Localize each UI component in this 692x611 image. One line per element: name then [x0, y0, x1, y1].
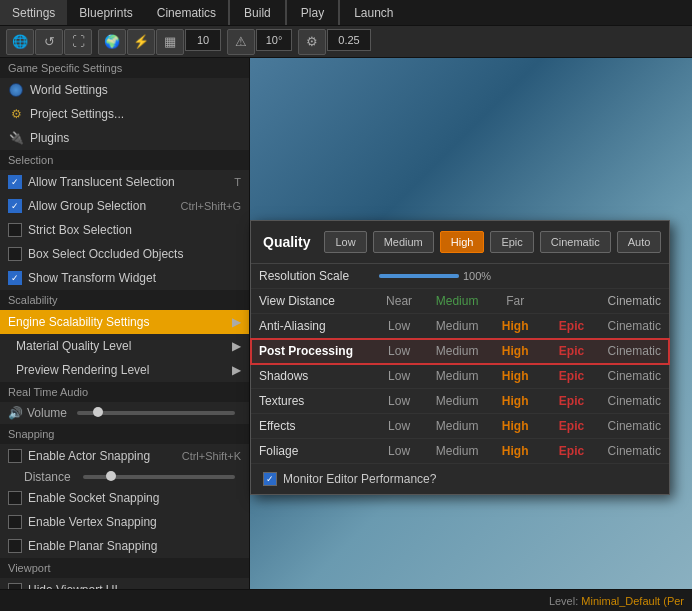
checkbox-translucent[interactable]: [8, 175, 22, 189]
checkbox-transform[interactable]: [8, 271, 22, 285]
cell-fo-high[interactable]: High: [487, 439, 543, 464]
section-scalability: Scalability: [0, 290, 249, 310]
menu-settings[interactable]: Settings: [0, 0, 67, 25]
toolbar-btn-frame[interactable]: ⛶: [64, 29, 92, 55]
cell-sh-high[interactable]: High: [487, 364, 543, 389]
toolbar-btn-globe[interactable]: 🌐: [6, 29, 34, 55]
row-effects: Effects Low Medium High Epic Cinematic: [251, 414, 669, 439]
menu-enable-socket[interactable]: Enable Socket Snapping: [0, 486, 249, 510]
cell-sh-epic[interactable]: Epic: [543, 364, 599, 389]
menu-blueprints[interactable]: Blueprints: [67, 0, 144, 25]
cell-aa-cinematic[interactable]: Cinematic: [600, 314, 669, 339]
cell-tx-cinematic[interactable]: Cinematic: [600, 389, 669, 414]
cell-vd-near[interactable]: Near: [371, 289, 427, 314]
toolbar-group-3: ⚠: [227, 29, 292, 55]
row-foliage: Foliage Low Medium High Epic Cinematic: [251, 439, 669, 464]
cell-vd-medium[interactable]: Medium: [427, 289, 487, 314]
cell-tx-epic[interactable]: Epic: [543, 389, 599, 414]
cell-fo-medium[interactable]: Medium: [427, 439, 487, 464]
volume-slider[interactable]: [77, 411, 235, 415]
cell-aa-low[interactable]: Low: [371, 314, 427, 339]
cell-pp-cinematic[interactable]: Cinematic: [600, 339, 669, 364]
checkbox-hide-viewport[interactable]: [8, 583, 22, 589]
menu-cinematics[interactable]: Cinematics: [145, 0, 228, 25]
section-selection: Selection: [0, 150, 249, 170]
cell-aa-epic[interactable]: Epic: [543, 314, 599, 339]
cell-sh-medium[interactable]: Medium: [427, 364, 487, 389]
quality-btn-auto[interactable]: Auto: [617, 231, 662, 253]
checkbox-strict-box[interactable]: [8, 223, 22, 237]
menu-material-quality[interactable]: Material Quality Level ▶: [0, 334, 249, 358]
cell-ef-epic[interactable]: Epic: [543, 414, 599, 439]
menu-box-select-occluded[interactable]: Box Select Occluded Objects: [0, 242, 249, 266]
menu-enable-actor-snapping[interactable]: Enable Actor Snapping Ctrl+Shift+K: [0, 444, 249, 468]
dropdown-menu: Game Specific Settings World Settings ⚙ …: [0, 58, 250, 589]
quality-btn-low[interactable]: Low: [324, 231, 366, 253]
cell-sh-cinematic[interactable]: Cinematic: [600, 364, 669, 389]
cell-ef-cinematic[interactable]: Cinematic: [600, 414, 669, 439]
menu-plugins[interactable]: 🔌 Plugins: [0, 126, 249, 150]
label-textures: Textures: [251, 389, 371, 414]
cell-sh-low[interactable]: Low: [371, 364, 427, 389]
label-effects: Effects: [251, 414, 371, 439]
menu-project-settings[interactable]: ⚙ Project Settings...: [0, 102, 249, 126]
checkbox-vertex[interactable]: [8, 515, 22, 529]
checkbox-socket[interactable]: [8, 491, 22, 505]
menu-enable-vertex[interactable]: Enable Vertex Snapping: [0, 510, 249, 534]
scalability-table: Resolution Scale 100% View Distance Near…: [251, 264, 669, 463]
toolbar-btn-table[interactable]: ▦: [156, 29, 184, 55]
res-scale-track[interactable]: [379, 274, 459, 278]
toolbar-btn-world[interactable]: 🌍: [98, 29, 126, 55]
menu-allow-group[interactable]: Allow Group Selection Ctrl+Shift+G: [0, 194, 249, 218]
monitor-label: Monitor Editor Performance?: [283, 472, 436, 486]
cell-tx-medium[interactable]: Medium: [427, 389, 487, 414]
checkbox-monitor[interactable]: [263, 472, 277, 486]
toolbar-btn-grid[interactable]: ⚡: [127, 29, 155, 55]
checkbox-actor-snap[interactable]: [8, 449, 22, 463]
toolbar-scale-value[interactable]: [327, 29, 371, 51]
distance-slider[interactable]: [83, 475, 235, 479]
cell-vd-cinematic[interactable]: Cinematic: [600, 289, 669, 314]
menu-strict-box[interactable]: Strict Box Selection: [0, 218, 249, 242]
checkbox-planar[interactable]: [8, 539, 22, 553]
cell-fo-cinematic[interactable]: Cinematic: [600, 439, 669, 464]
cell-pp-low[interactable]: Low: [371, 339, 427, 364]
toolbar-btn-angle[interactable]: ⚠: [227, 29, 255, 55]
menu-engine-scalability[interactable]: Engine Scalability Settings ▶: [0, 310, 249, 334]
cell-ef-high[interactable]: High: [487, 414, 543, 439]
menu-world-settings[interactable]: World Settings: [0, 78, 249, 102]
cell-pp-medium[interactable]: Medium: [427, 339, 487, 364]
menu-preview-rendering[interactable]: Preview Rendering Level ▶: [0, 358, 249, 382]
menu-build[interactable]: Build: [229, 0, 285, 25]
status-text: Level: Minimal_Default (Per: [549, 595, 684, 607]
quality-btn-epic[interactable]: Epic: [490, 231, 533, 253]
menu-allow-translucent[interactable]: Allow Translucent Selection T: [0, 170, 249, 194]
toolbar-angle-value[interactable]: [256, 29, 292, 51]
toolbar-btn-scale[interactable]: ⚙: [298, 29, 326, 55]
cell-ef-medium[interactable]: Medium: [427, 414, 487, 439]
quality-btn-high[interactable]: High: [440, 231, 485, 253]
menu-launch[interactable]: Launch: [339, 0, 407, 25]
cell-tx-high[interactable]: High: [487, 389, 543, 414]
cell-vd-far[interactable]: Far: [487, 289, 543, 314]
quality-btn-cinematic[interactable]: Cinematic: [540, 231, 611, 253]
cell-aa-medium[interactable]: Medium: [427, 314, 487, 339]
menu-play[interactable]: Play: [286, 0, 338, 25]
cell-pp-epic[interactable]: Epic: [543, 339, 599, 364]
cell-aa-high[interactable]: High: [487, 314, 543, 339]
checkbox-box-occluded[interactable]: [8, 247, 22, 261]
cell-ef-low[interactable]: Low: [371, 414, 427, 439]
scalability-header: Quality Low Medium High Epic Cinematic A…: [251, 221, 669, 264]
toolbar-grid-value[interactable]: [185, 29, 221, 51]
quality-btn-medium[interactable]: Medium: [373, 231, 434, 253]
menu-hide-viewport-ui[interactable]: Hide Viewport UI: [0, 578, 249, 589]
cell-pp-high[interactable]: High: [487, 339, 543, 364]
menu-show-transform[interactable]: Show Transform Widget: [0, 266, 249, 290]
cell-fo-low[interactable]: Low: [371, 439, 427, 464]
toolbar-btn-refresh[interactable]: ↺: [35, 29, 63, 55]
cell-tx-low[interactable]: Low: [371, 389, 427, 414]
checkbox-group[interactable]: [8, 199, 22, 213]
cell-fo-epic[interactable]: Epic: [543, 439, 599, 464]
cell-vd-empty: [543, 289, 599, 314]
menu-enable-planar[interactable]: Enable Planar Snapping: [0, 534, 249, 558]
